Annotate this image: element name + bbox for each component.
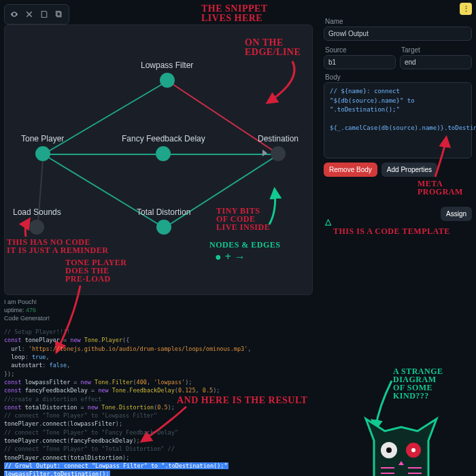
- canvas-toolbar: [4, 4, 69, 24]
- node-ffd[interactable]: Fancy Feedback Delay: [122, 134, 205, 161]
- copy-icon[interactable]: [52, 7, 66, 21]
- cat-doodle: [354, 400, 449, 476]
- node-dot: [156, 220, 171, 235]
- node-dist[interactable]: Total Distortion: [137, 207, 190, 235]
- source-label: Source: [325, 46, 396, 54]
- eye-icon[interactable]: [7, 7, 21, 21]
- x-icon[interactable]: [22, 7, 36, 21]
- target-label: Target: [401, 46, 472, 54]
- node-dot: [29, 220, 44, 235]
- remove-body-button[interactable]: Remove Body: [324, 163, 377, 177]
- console-line: uptime: 476: [4, 306, 50, 314]
- node-label: Destination: [258, 134, 299, 143]
- target-field[interactable]: end: [400, 55, 472, 69]
- annotation-template: THIS IS A CODE TEMPLATE: [333, 227, 450, 235]
- node-tone[interactable]: Tone Player: [21, 134, 64, 161]
- node-label: Lowpass Filter: [141, 61, 193, 70]
- node-dot: [160, 73, 175, 88]
- svg-point-12: [411, 448, 415, 452]
- node-label: Total Distortion: [137, 207, 190, 217]
- inspector-panel: Name Growl Output Source b1 Target end B…: [324, 5, 472, 177]
- graph-canvas[interactable]: Tone PlayerLowpass FilterFancy Feedback …: [4, 24, 313, 295]
- assign-button[interactable]: Assign: [441, 207, 472, 221]
- svg-point-10: [386, 447, 392, 453]
- add-properties-button[interactable]: Add Properties: [381, 163, 437, 177]
- node-dot: [271, 146, 286, 161]
- console-line: I am Pouch!: [4, 298, 50, 306]
- annotation-snippet: THE SNIPPET LIVES HERE: [201, 4, 268, 23]
- body-field[interactable]: // ${name}: connect "${db(source).name}"…: [324, 82, 472, 158]
- node-dot: [35, 146, 50, 161]
- node-dest[interactable]: Destination: [258, 134, 299, 161]
- node-label: Fancy Feedback Delay: [122, 134, 205, 143]
- console-output: I am Pouch! uptime: 476 Code Generator!: [4, 298, 50, 322]
- node-load[interactable]: Load Sounds: [13, 207, 61, 235]
- node-lpf[interactable]: Lowpass Filter: [141, 61, 193, 88]
- console-line: Code Generator!: [4, 314, 50, 322]
- name-label: Name: [325, 18, 472, 25]
- node-label: Tone Player: [21, 134, 64, 143]
- body-label: Body: [325, 73, 472, 81]
- note-icon[interactable]: [37, 7, 51, 21]
- annotation-meta: META PROGRAM: [418, 180, 463, 196]
- name-field[interactable]: Growl Output: [324, 27, 472, 41]
- source-field[interactable]: b1: [324, 55, 396, 69]
- annotation-caret: △: [325, 218, 332, 226]
- node-label: Load Sounds: [13, 207, 61, 217]
- node-dot: [156, 146, 171, 161]
